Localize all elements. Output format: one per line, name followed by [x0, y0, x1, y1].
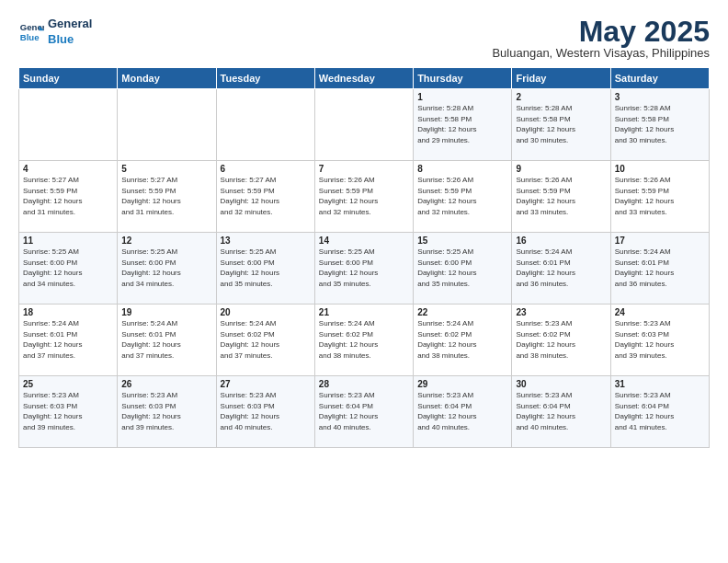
- calendar-cell: 6Sunrise: 5:27 AM Sunset: 5:59 PM Daylig…: [216, 161, 314, 233]
- day-number: 13: [221, 236, 311, 246]
- calendar-cell: 22Sunrise: 5:24 AM Sunset: 6:02 PM Dayli…: [414, 304, 512, 376]
- day-content: Sunrise: 5:23 AM Sunset: 6:03 PM Dayligh…: [121, 390, 211, 432]
- day-number: 1: [417, 92, 507, 102]
- calendar-cell: 4Sunrise: 5:27 AM Sunset: 5:59 PM Daylig…: [19, 161, 118, 233]
- calendar-cell: 10Sunrise: 5:26 AM Sunset: 5:59 PM Dayli…: [610, 161, 709, 233]
- calendar-cell: 19Sunrise: 5:24 AM Sunset: 6:01 PM Dayli…: [118, 304, 216, 376]
- calendar-cell: 27Sunrise: 5:23 AM Sunset: 6:03 PM Dayli…: [216, 376, 314, 448]
- col-header-friday: Friday: [512, 68, 610, 89]
- logo-blue: Blue: [48, 32, 92, 48]
- calendar-cell: 9Sunrise: 5:26 AM Sunset: 5:59 PM Daylig…: [512, 161, 610, 233]
- calendar-cell: 12Sunrise: 5:25 AM Sunset: 6:00 PM Dayli…: [118, 233, 216, 304]
- day-content: Sunrise: 5:28 AM Sunset: 5:58 PM Dayligh…: [417, 103, 507, 145]
- day-content: Sunrise: 5:23 AM Sunset: 6:03 PM Dayligh…: [221, 390, 311, 432]
- day-content: Sunrise: 5:26 AM Sunset: 5:59 PM Dayligh…: [615, 175, 705, 217]
- day-number: 20: [221, 307, 311, 317]
- col-header-wednesday: Wednesday: [314, 68, 413, 89]
- day-content: Sunrise: 5:26 AM Sunset: 5:59 PM Dayligh…: [417, 175, 507, 217]
- calendar-cell: 24Sunrise: 5:23 AM Sunset: 6:03 PM Dayli…: [610, 304, 709, 376]
- calendar-cell: 13Sunrise: 5:25 AM Sunset: 6:00 PM Dayli…: [216, 233, 314, 304]
- day-content: Sunrise: 5:25 AM Sunset: 6:00 PM Dayligh…: [121, 247, 211, 289]
- day-content: Sunrise: 5:23 AM Sunset: 6:04 PM Dayligh…: [516, 390, 606, 432]
- location-subtitle: Buluangan, Western Visayas, Philippines: [492, 46, 710, 60]
- day-content: Sunrise: 5:23 AM Sunset: 6:04 PM Dayligh…: [319, 390, 409, 432]
- calendar-cell: 30Sunrise: 5:23 AM Sunset: 6:04 PM Dayli…: [512, 376, 610, 448]
- day-number: 14: [319, 236, 409, 246]
- day-content: Sunrise: 5:28 AM Sunset: 5:58 PM Dayligh…: [615, 103, 705, 145]
- calendar-cell: 17Sunrise: 5:24 AM Sunset: 6:01 PM Dayli…: [610, 233, 709, 304]
- header-row: SundayMondayTuesdayWednesdayThursdayFrid…: [19, 68, 710, 89]
- day-number: 25: [23, 379, 113, 389]
- day-content: Sunrise: 5:24 AM Sunset: 6:01 PM Dayligh…: [615, 247, 705, 289]
- day-content: Sunrise: 5:25 AM Sunset: 6:00 PM Dayligh…: [23, 247, 113, 289]
- calendar-cell: 28Sunrise: 5:23 AM Sunset: 6:04 PM Dayli…: [314, 376, 413, 448]
- day-number: 2: [516, 92, 606, 102]
- day-content: Sunrise: 5:24 AM Sunset: 6:02 PM Dayligh…: [417, 318, 507, 361]
- day-content: Sunrise: 5:27 AM Sunset: 5:59 PM Dayligh…: [23, 175, 113, 217]
- day-content: Sunrise: 5:23 AM Sunset: 6:03 PM Dayligh…: [615, 318, 705, 361]
- day-content: Sunrise: 5:28 AM Sunset: 5:58 PM Dayligh…: [516, 103, 606, 145]
- calendar-cell: [216, 89, 314, 161]
- calendar-cell: 3Sunrise: 5:28 AM Sunset: 5:58 PM Daylig…: [610, 89, 709, 161]
- day-number: 29: [417, 379, 507, 389]
- logo-icon: General Blue: [18, 19, 44, 45]
- col-header-saturday: Saturday: [610, 68, 709, 89]
- calendar-cell: 1Sunrise: 5:28 AM Sunset: 5:58 PM Daylig…: [414, 89, 512, 161]
- day-content: Sunrise: 5:23 AM Sunset: 6:02 PM Dayligh…: [516, 318, 606, 361]
- calendar-cell: 11Sunrise: 5:25 AM Sunset: 6:00 PM Dayli…: [19, 233, 118, 304]
- day-content: Sunrise: 5:23 AM Sunset: 6:04 PM Dayligh…: [417, 390, 507, 432]
- day-number: 30: [516, 379, 606, 389]
- day-content: Sunrise: 5:24 AM Sunset: 6:01 PM Dayligh…: [23, 318, 113, 361]
- day-number: 26: [121, 379, 211, 389]
- day-content: Sunrise: 5:27 AM Sunset: 5:59 PM Dayligh…: [121, 175, 211, 217]
- col-header-sunday: Sunday: [19, 68, 118, 89]
- calendar-cell: [118, 89, 216, 161]
- day-content: Sunrise: 5:23 AM Sunset: 6:04 PM Dayligh…: [615, 390, 705, 432]
- calendar-cell: 14Sunrise: 5:25 AM Sunset: 6:00 PM Dayli…: [314, 233, 413, 304]
- day-number: 27: [221, 379, 311, 389]
- day-content: Sunrise: 5:27 AM Sunset: 5:59 PM Dayligh…: [221, 175, 311, 217]
- calendar-cell: [314, 89, 413, 161]
- calendar-table: SundayMondayTuesdayWednesdayThursdayFrid…: [18, 67, 710, 448]
- calendar-cell: 18Sunrise: 5:24 AM Sunset: 6:01 PM Dayli…: [19, 304, 118, 376]
- calendar-cell: 23Sunrise: 5:23 AM Sunset: 6:02 PM Dayli…: [512, 304, 610, 376]
- calendar-cell: 15Sunrise: 5:25 AM Sunset: 6:00 PM Dayli…: [414, 233, 512, 304]
- day-number: 16: [516, 236, 606, 246]
- logo-general: General: [48, 17, 92, 32]
- calendar-cell: 8Sunrise: 5:26 AM Sunset: 5:59 PM Daylig…: [414, 161, 512, 233]
- day-number: 17: [615, 236, 705, 246]
- calendar-cell: 25Sunrise: 5:23 AM Sunset: 6:03 PM Dayli…: [19, 376, 118, 448]
- day-number: 21: [319, 307, 409, 317]
- day-content: Sunrise: 5:25 AM Sunset: 6:00 PM Dayligh…: [319, 247, 409, 289]
- day-number: 6: [221, 164, 311, 174]
- day-content: Sunrise: 5:24 AM Sunset: 6:02 PM Dayligh…: [319, 318, 409, 361]
- calendar-cell: 2Sunrise: 5:28 AM Sunset: 5:58 PM Daylig…: [512, 89, 610, 161]
- week-row-5: 25Sunrise: 5:23 AM Sunset: 6:03 PM Dayli…: [19, 376, 710, 448]
- day-content: Sunrise: 5:26 AM Sunset: 5:59 PM Dayligh…: [319, 175, 409, 217]
- col-header-thursday: Thursday: [414, 68, 512, 89]
- col-header-tuesday: Tuesday: [216, 68, 314, 89]
- calendar-cell: 31Sunrise: 5:23 AM Sunset: 6:04 PM Dayli…: [610, 376, 709, 448]
- day-number: 22: [417, 307, 507, 317]
- calendar-page: General Blue General Blue May 2025 Bulua…: [0, 0, 728, 563]
- title-block: May 2025 Buluangan, Western Visayas, Phi…: [492, 17, 710, 60]
- calendar-cell: 20Sunrise: 5:24 AM Sunset: 6:02 PM Dayli…: [216, 304, 314, 376]
- day-number: 9: [516, 164, 606, 174]
- calendar-cell: 21Sunrise: 5:24 AM Sunset: 6:02 PM Dayli…: [314, 304, 413, 376]
- calendar-cell: 5Sunrise: 5:27 AM Sunset: 5:59 PM Daylig…: [118, 161, 216, 233]
- day-content: Sunrise: 5:25 AM Sunset: 6:00 PM Dayligh…: [221, 247, 311, 289]
- day-number: 5: [121, 164, 211, 174]
- calendar-cell: 16Sunrise: 5:24 AM Sunset: 6:01 PM Dayli…: [512, 233, 610, 304]
- calendar-cell: [19, 89, 118, 161]
- day-number: 23: [516, 307, 606, 317]
- day-content: Sunrise: 5:24 AM Sunset: 6:01 PM Dayligh…: [516, 247, 606, 289]
- day-content: Sunrise: 5:26 AM Sunset: 5:59 PM Dayligh…: [516, 175, 606, 217]
- day-number: 31: [615, 379, 705, 389]
- day-number: 28: [319, 379, 409, 389]
- header: General Blue General Blue May 2025 Bulua…: [18, 17, 710, 60]
- week-row-1: 1Sunrise: 5:28 AM Sunset: 5:58 PM Daylig…: [19, 89, 710, 161]
- logo: General Blue General Blue: [18, 17, 92, 48]
- day-number: 24: [615, 307, 705, 317]
- day-number: 12: [121, 236, 211, 246]
- svg-text:Blue: Blue: [20, 32, 40, 42]
